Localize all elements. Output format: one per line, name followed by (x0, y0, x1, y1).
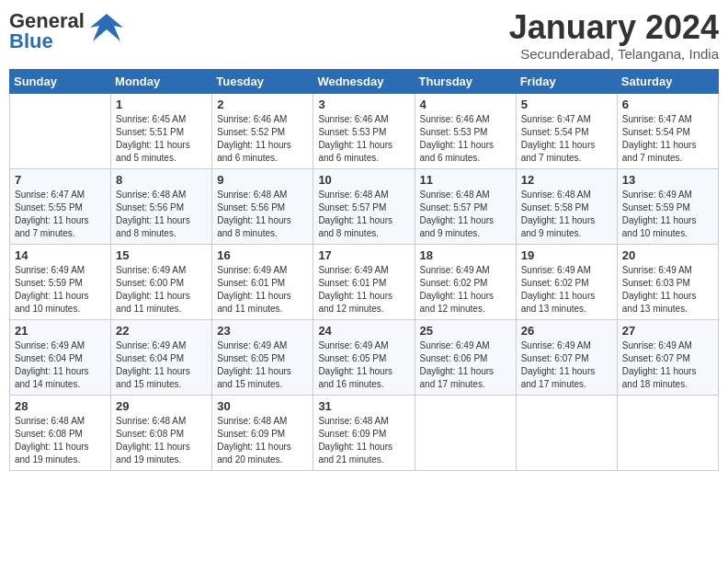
calendar-cell: 6Sunrise: 6:47 AM Sunset: 5:54 PM Daylig… (617, 93, 718, 168)
cell-content: Sunrise: 6:47 AM Sunset: 5:54 PM Dayligh… (622, 113, 713, 165)
day-number: 8 (116, 173, 207, 187)
cell-content: Sunrise: 6:48 AM Sunset: 5:56 PM Dayligh… (116, 189, 207, 240)
calendar-cell: 17Sunrise: 6:49 AM Sunset: 6:01 PM Dayli… (313, 244, 415, 319)
day-number: 21 (15, 324, 106, 338)
cell-content: Sunrise: 6:45 AM Sunset: 5:51 PM Dayligh… (116, 113, 207, 165)
calendar-cell: 7Sunrise: 6:47 AM Sunset: 5:55 PM Daylig… (10, 168, 111, 244)
calendar-cell: 25Sunrise: 6:49 AM Sunset: 6:06 PM Dayli… (415, 319, 516, 395)
calendar-cell: 22Sunrise: 6:49 AM Sunset: 6:04 PM Dayli… (111, 319, 212, 395)
day-number: 14 (15, 248, 106, 262)
day-number: 11 (420, 173, 511, 187)
day-number: 27 (622, 324, 713, 338)
calendar-cell: 31Sunrise: 6:48 AM Sunset: 6:09 PM Dayli… (313, 395, 415, 470)
cell-content: Sunrise: 6:48 AM Sunset: 5:58 PM Dayligh… (521, 189, 612, 240)
day-number: 26 (521, 324, 612, 338)
calendar-cell (415, 395, 516, 470)
calendar-cell: 13Sunrise: 6:49 AM Sunset: 5:59 PM Dayli… (617, 168, 718, 244)
calendar-cell: 29Sunrise: 6:48 AM Sunset: 6:08 PM Dayli… (111, 395, 212, 470)
calendar-cell: 21Sunrise: 6:49 AM Sunset: 6:04 PM Dayli… (10, 319, 111, 395)
cell-content: Sunrise: 6:49 AM Sunset: 6:06 PM Dayligh… (420, 339, 511, 391)
day-number: 22 (116, 324, 207, 338)
day-number: 30 (217, 399, 308, 413)
header-tuesday: Tuesday (212, 69, 313, 93)
calendar-cell: 19Sunrise: 6:49 AM Sunset: 6:02 PM Dayli… (516, 244, 617, 319)
day-number: 29 (116, 399, 207, 413)
cell-content: Sunrise: 6:49 AM Sunset: 6:07 PM Dayligh… (521, 339, 612, 391)
header-friday: Friday (516, 69, 617, 93)
calendar-cell: 4Sunrise: 6:46 AM Sunset: 5:53 PM Daylig… (415, 93, 516, 168)
cell-content: Sunrise: 6:49 AM Sunset: 6:04 PM Dayligh… (116, 339, 207, 391)
week-row-1: 1Sunrise: 6:45 AM Sunset: 5:51 PM Daylig… (10, 93, 719, 168)
day-number: 15 (116, 248, 207, 262)
calendar-cell: 11Sunrise: 6:48 AM Sunset: 5:57 PM Dayli… (415, 168, 516, 244)
title-section: January 2024 Secunderabad, Telangana, In… (509, 9, 719, 62)
header-saturday: Saturday (617, 69, 718, 93)
day-number: 20 (622, 248, 713, 262)
day-number: 2 (217, 98, 308, 111)
day-number: 31 (318, 399, 409, 413)
day-number: 23 (217, 324, 308, 338)
calendar-cell: 15Sunrise: 6:49 AM Sunset: 6:00 PM Dayli… (111, 244, 212, 319)
cell-content: Sunrise: 6:49 AM Sunset: 6:02 PM Dayligh… (420, 264, 511, 316)
day-number: 18 (420, 248, 511, 262)
day-number: 6 (622, 98, 713, 111)
cell-content: Sunrise: 6:49 AM Sunset: 6:02 PM Dayligh… (521, 264, 612, 316)
day-number: 17 (318, 248, 409, 262)
day-number: 4 (420, 98, 511, 111)
logo-bird-icon (88, 9, 125, 52)
week-row-2: 7Sunrise: 6:47 AM Sunset: 5:55 PM Daylig… (10, 168, 719, 244)
day-number: 12 (521, 173, 612, 187)
calendar-cell: 23Sunrise: 6:49 AM Sunset: 6:05 PM Dayli… (212, 319, 313, 395)
calendar-cell: 1Sunrise: 6:45 AM Sunset: 5:51 PM Daylig… (111, 93, 212, 168)
cell-content: Sunrise: 6:47 AM Sunset: 5:55 PM Dayligh… (15, 189, 106, 240)
day-number: 25 (420, 324, 511, 338)
calendar-cell: 3Sunrise: 6:46 AM Sunset: 5:53 PM Daylig… (313, 93, 415, 168)
cell-content: Sunrise: 6:48 AM Sunset: 5:56 PM Dayligh… (217, 189, 308, 240)
day-number: 16 (217, 248, 308, 262)
calendar-cell: 2Sunrise: 6:46 AM Sunset: 5:52 PM Daylig… (212, 93, 313, 168)
cell-content: Sunrise: 6:48 AM Sunset: 6:09 PM Dayligh… (217, 415, 308, 466)
day-number: 1 (116, 98, 207, 111)
day-number: 3 (318, 98, 409, 111)
header-monday: Monday (111, 69, 212, 93)
cell-content: Sunrise: 6:48 AM Sunset: 6:09 PM Dayligh… (318, 415, 409, 466)
page-header: General Blue January 2024 Secunderabad, … (9, 9, 719, 62)
cell-content: Sunrise: 6:49 AM Sunset: 5:59 PM Dayligh… (622, 189, 713, 240)
cell-content: Sunrise: 6:49 AM Sunset: 6:05 PM Dayligh… (217, 339, 308, 391)
day-number: 13 (622, 173, 713, 187)
cell-content: Sunrise: 6:46 AM Sunset: 5:52 PM Dayligh… (217, 113, 308, 165)
calendar-cell: 26Sunrise: 6:49 AM Sunset: 6:07 PM Dayli… (516, 319, 617, 395)
day-number: 7 (15, 173, 106, 187)
calendar-cell (516, 395, 617, 470)
week-row-3: 14Sunrise: 6:49 AM Sunset: 5:59 PM Dayli… (10, 244, 719, 319)
day-number: 24 (318, 324, 409, 338)
header-row: SundayMondayTuesdayWednesdayThursdayFrid… (10, 69, 719, 93)
calendar-cell: 10Sunrise: 6:48 AM Sunset: 5:57 PM Dayli… (313, 168, 415, 244)
cell-content: Sunrise: 6:48 AM Sunset: 5:57 PM Dayligh… (420, 189, 511, 240)
month-title: January 2024 (509, 9, 719, 46)
calendar-cell: 18Sunrise: 6:49 AM Sunset: 6:02 PM Dayli… (415, 244, 516, 319)
week-row-5: 28Sunrise: 6:48 AM Sunset: 6:08 PM Dayli… (10, 395, 719, 470)
calendar-cell: 12Sunrise: 6:48 AM Sunset: 5:58 PM Dayli… (516, 168, 617, 244)
day-number: 10 (318, 173, 409, 187)
cell-content: Sunrise: 6:49 AM Sunset: 6:00 PM Dayligh… (116, 264, 207, 316)
header-sunday: Sunday (10, 69, 111, 93)
cell-content: Sunrise: 6:47 AM Sunset: 5:54 PM Dayligh… (521, 113, 612, 165)
cell-content: Sunrise: 6:48 AM Sunset: 6:08 PM Dayligh… (15, 415, 106, 466)
day-number: 19 (521, 248, 612, 262)
calendar-table: SundayMondayTuesdayWednesdayThursdayFrid… (9, 69, 719, 471)
cell-content: Sunrise: 6:49 AM Sunset: 5:59 PM Dayligh… (15, 264, 106, 316)
calendar-cell (10, 93, 111, 168)
location-title: Secunderabad, Telangana, India (509, 46, 719, 62)
day-number: 9 (217, 173, 308, 187)
cell-content: Sunrise: 6:49 AM Sunset: 6:01 PM Dayligh… (318, 264, 409, 316)
cell-content: Sunrise: 6:46 AM Sunset: 5:53 PM Dayligh… (318, 113, 409, 165)
calendar-cell: 20Sunrise: 6:49 AM Sunset: 6:03 PM Dayli… (617, 244, 718, 319)
cell-content: Sunrise: 6:49 AM Sunset: 6:03 PM Dayligh… (622, 264, 713, 316)
cell-content: Sunrise: 6:48 AM Sunset: 5:57 PM Dayligh… (318, 189, 409, 240)
cell-content: Sunrise: 6:46 AM Sunset: 5:53 PM Dayligh… (420, 113, 511, 165)
calendar-cell (617, 395, 718, 470)
cell-content: Sunrise: 6:49 AM Sunset: 6:05 PM Dayligh… (318, 339, 409, 391)
cell-content: Sunrise: 6:48 AM Sunset: 6:08 PM Dayligh… (116, 415, 207, 466)
cell-content: Sunrise: 6:49 AM Sunset: 6:01 PM Dayligh… (217, 264, 308, 316)
